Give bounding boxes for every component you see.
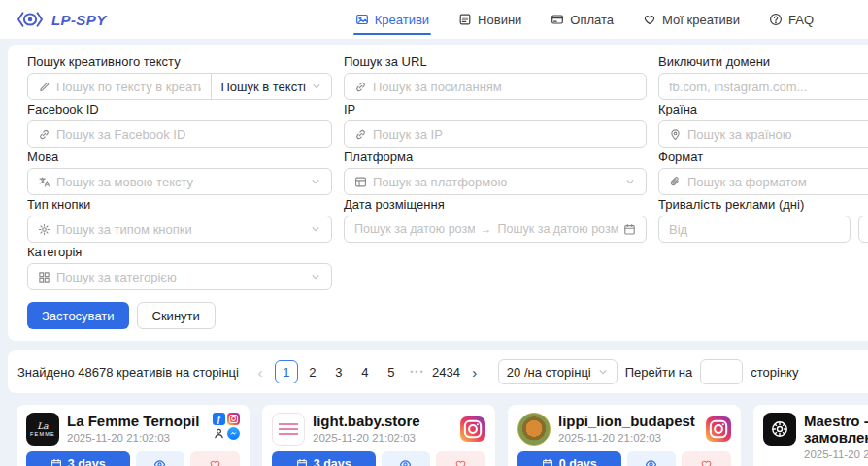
- creative-card-la-femme[interactable]: La FEMME La Femme Ternopil 2025-11-20 21…: [17, 405, 250, 466]
- duration-from-input[interactable]: [669, 222, 840, 237]
- calendar-icon: [542, 458, 553, 466]
- creative-card-maestro[interactable]: Maestro - кухні, ме замовлення в Ужго 20…: [753, 405, 868, 466]
- emblem-icon: [769, 418, 790, 440]
- paperclip-icon: [669, 176, 682, 188]
- chevron-down-icon: [310, 176, 321, 187]
- card-title: Maestro - кухні, ме: [804, 413, 868, 429]
- chevron-down-icon: [311, 81, 322, 92]
- page-button-last[interactable]: 2434: [432, 360, 460, 383]
- favorite-button[interactable]: [190, 451, 240, 466]
- exclude-domains-input[interactable]: [669, 80, 868, 94]
- credit-card-icon: [551, 13, 564, 26]
- duration-to-wrap[interactable]: [858, 216, 868, 243]
- url-input-wrap[interactable]: [344, 73, 647, 100]
- card-title: La Femme Ternopil: [67, 413, 205, 429]
- country-input[interactable]: [687, 127, 868, 142]
- page-size-select[interactable]: 20 /на сторінці: [498, 359, 618, 384]
- format-input[interactable]: [687, 175, 868, 189]
- filter-country: Країна: [658, 102, 868, 148]
- filters-panel: Пошук креативного тексту Пошук в тексті …: [8, 45, 868, 341]
- category-select[interactable]: [27, 263, 332, 290]
- days-active-button[interactable]: 3 days: [26, 451, 130, 466]
- exclude-domains-input-wrap[interactable]: [658, 73, 868, 100]
- pagination-ellipsis[interactable]: •••: [406, 360, 429, 383]
- views-button[interactable]: [627, 451, 677, 466]
- button-type-select-input[interactable]: [56, 222, 304, 237]
- nav-label-my-creatives: Мої креативи: [662, 13, 740, 27]
- favorite-button[interactable]: [682, 451, 731, 466]
- field-label: Тривалість реклами (дні): [658, 197, 868, 213]
- app-logo[interactable]: LP-SPY: [16, 10, 107, 29]
- date-end-input[interactable]: [498, 222, 618, 236]
- platform-select[interactable]: [344, 168, 647, 195]
- days-active-button[interactable]: 0 days: [517, 451, 621, 466]
- image-icon: [355, 13, 369, 26]
- reset-button[interactable]: Скинути: [137, 302, 216, 329]
- page-button-1[interactable]: 1: [275, 360, 298, 383]
- nav-tab-creatives[interactable]: Креативи: [355, 0, 429, 39]
- calendar-icon: [50, 458, 62, 466]
- field-label: Виключити домени: [658, 54, 868, 70]
- country-input-wrap[interactable]: [658, 120, 868, 148]
- creative-card-light-baby[interactable]: light.baby.store 2025-11-20 21:02:03 3 d…: [262, 405, 495, 466]
- field-label: Формат: [658, 150, 868, 165]
- nav-label-faq: FAQ: [788, 13, 814, 27]
- ip-input[interactable]: [373, 127, 636, 142]
- button-type-select[interactable]: [27, 216, 332, 243]
- format-input-wrap[interactable]: [658, 168, 868, 195]
- avatar-text: FEMME: [30, 431, 55, 437]
- creative-text-group: Пошук в тексті: [27, 73, 332, 100]
- layout-icon: [354, 176, 367, 188]
- views-button[interactable]: [136, 451, 185, 466]
- link-icon: [38, 128, 50, 141]
- page-button-4[interactable]: 4: [353, 360, 377, 383]
- goto-page-input[interactable]: [700, 359, 743, 384]
- url-input[interactable]: [373, 80, 636, 94]
- days-active-button[interactable]: 3 days: [272, 451, 376, 466]
- card-datetime: 2025-11-20 21:02:03: [558, 431, 698, 445]
- nav-label-news: Новини: [478, 13, 521, 27]
- duration-from-wrap[interactable]: [658, 216, 851, 243]
- page-button-3[interactable]: 3: [327, 360, 351, 383]
- goto-page: Перейти на сторінку: [625, 359, 799, 384]
- nav-tab-news[interactable]: Новини: [458, 0, 521, 39]
- creative-text-input-wrap[interactable]: [28, 74, 211, 99]
- creative-text-input[interactable]: [56, 80, 201, 94]
- facebook-id-input[interactable]: [56, 127, 321, 142]
- ip-input-wrap[interactable]: [344, 120, 647, 148]
- page-button-2[interactable]: 2: [301, 360, 324, 383]
- language-select-input[interactable]: [56, 175, 304, 189]
- facebook-id-input-wrap[interactable]: [27, 120, 332, 148]
- arrow-right-icon: →: [481, 222, 492, 236]
- field-label: Facebook ID: [27, 102, 332, 117]
- appstore-grid-icon: [38, 271, 50, 283]
- page-button-5[interactable]: 5: [380, 360, 403, 383]
- text-search-mode-select[interactable]: Пошук в тексті: [211, 74, 331, 99]
- apply-button[interactable]: Застосувати: [27, 302, 129, 329]
- app-logo-text: LP-SPY: [51, 12, 107, 28]
- goto-label: Перейти на: [625, 365, 693, 380]
- nav-tab-payment[interactable]: Оплата: [551, 0, 614, 39]
- favorite-button[interactable]: [436, 451, 485, 466]
- days-label: 0 days: [559, 457, 597, 466]
- eye-icon: [399, 458, 412, 466]
- avatar: [272, 413, 305, 446]
- card-datetime: 2025-11-20 21:02:03: [67, 431, 205, 445]
- language-select[interactable]: [27, 168, 332, 195]
- placement-date-range-picker[interactable]: →: [344, 216, 647, 243]
- category-select-input[interactable]: [56, 270, 304, 284]
- main-nav: Креативи Новини Оплата Мої креативи FAQ: [355, 0, 814, 39]
- field-label: IP: [344, 102, 647, 117]
- prev-page-button[interactable]: ‹: [249, 360, 272, 383]
- date-start-input[interactable]: [354, 222, 475, 236]
- filter-button-type: Тип кнопки: [27, 197, 332, 243]
- pencil-icon: [38, 81, 50, 93]
- views-button[interactable]: [382, 451, 431, 466]
- platform-select-input[interactable]: [373, 175, 618, 189]
- heart-icon: [209, 458, 221, 466]
- next-page-button[interactable]: ›: [463, 360, 486, 383]
- nav-tab-my-creatives[interactable]: Мої креативи: [643, 0, 740, 39]
- nav-tab-faq[interactable]: FAQ: [769, 0, 814, 39]
- card-title: light.baby.store: [313, 413, 452, 429]
- creative-card-lippi-lion[interactable]: lippi_lion_budapest 2025-11-20 21:02:03 …: [508, 405, 741, 466]
